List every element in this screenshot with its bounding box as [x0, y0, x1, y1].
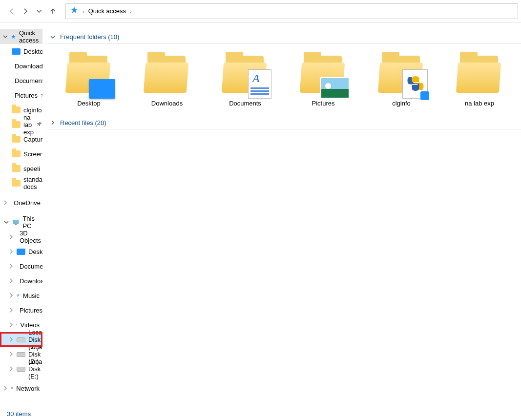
- tree-item-downloads[interactable]: Downloads: [0, 273, 42, 288]
- arrow-left-icon: [7, 7, 16, 16]
- recent-locations-button[interactable]: [32, 4, 46, 18]
- folder-tile-label: Documents: [229, 100, 261, 107]
- tree-item-label: clginfo: [23, 106, 42, 114]
- chevron-down-icon: [49, 35, 56, 40]
- arrow-right-icon: [21, 7, 30, 16]
- back-button[interactable]: [5, 4, 19, 18]
- desktop-icon: [17, 249, 25, 255]
- breadcrumb-separator: ›: [130, 8, 132, 14]
- frequent-folders-grid: DesktopDownloadsDocumentsPicturesclginfo…: [47, 44, 521, 116]
- folder-tile-label: na lab exp: [465, 100, 494, 107]
- up-button[interactable]: [46, 4, 60, 18]
- tree-item-label: Network: [16, 385, 40, 392]
- tree-item-documents[interactable]: Documents: [0, 73, 42, 88]
- folder-tile-clginfo[interactable]: clginfo: [375, 53, 428, 107]
- pin-icon: [37, 121, 42, 128]
- python-file-overlay-icon: [402, 69, 428, 99]
- svg-rect-17: [11, 387, 12, 388]
- svg-rect-7: [15, 224, 17, 225]
- folder-icon: [12, 165, 21, 172]
- svg-rect-6: [13, 220, 19, 223]
- network-icon: [11, 387, 13, 389]
- tree-item-label: Desktop: [28, 248, 42, 255]
- tree-onedrive[interactable]: OneDrive: [0, 195, 42, 210]
- folder-tile-downloads[interactable]: Downloads: [140, 53, 194, 107]
- tree-item-label: standard docs: [23, 176, 42, 190]
- tree-item-na-lab-exp[interactable]: na lab exp: [0, 117, 42, 132]
- quick-access-icon: [70, 6, 79, 16]
- tree-this-pc[interactable]: This PC: [0, 215, 42, 230]
- tree-item-label: Pictures: [20, 307, 42, 314]
- tree-item-standard-docs[interactable]: standard docs: [0, 176, 42, 190]
- desktop-icon: [12, 48, 21, 55]
- folder-tile-label: Downloads: [151, 100, 183, 107]
- breadcrumb-root[interactable]: Quick access: [88, 7, 126, 15]
- folder-icon: [12, 180, 21, 187]
- recent-files-title: Recent files (20): [60, 119, 106, 126]
- tree-item-label: Documents: [15, 77, 42, 84]
- chevron-right-icon: [9, 308, 14, 313]
- forward-button[interactable]: [19, 4, 32, 18]
- chevron-right-icon: [9, 278, 14, 283]
- drive-icon: [17, 366, 25, 372]
- svg-rect-18: [12, 387, 13, 388]
- tree-item-label: speeli: [23, 165, 40, 172]
- svg-rect-19: [12, 388, 13, 389]
- tree-item-screenshots[interactable]: Screenshots: [0, 147, 42, 161]
- tree-item-label: Documents: [20, 263, 42, 270]
- folder-icon: [12, 136, 21, 143]
- frequent-folders-header[interactable]: Frequent folders (10): [47, 30, 521, 44]
- tree-item-local-disk-e-[interactable]: Local Disk (E:): [0, 361, 42, 376]
- chevron-right-icon: [9, 352, 14, 357]
- tree-item-label: Captures: [23, 136, 42, 143]
- drive-icon: [17, 336, 25, 342]
- address-bar[interactable]: › Quick access ›: [65, 3, 518, 19]
- tree-item-captures[interactable]: Captures: [0, 132, 42, 147]
- navigation-bar: › Quick access ›: [0, 0, 521, 22]
- folder-icon: [12, 150, 21, 157]
- tree-item-downloads[interactable]: Downloads: [0, 59, 42, 73]
- tree-item-label: This PC: [22, 215, 40, 230]
- music-icon: [17, 294, 20, 297]
- tree-network[interactable]: Network: [0, 381, 42, 396]
- folder-tile-pictures[interactable]: Pictures: [296, 53, 350, 107]
- folder-tile-label: Desktop: [77, 100, 101, 107]
- tree-item-label: Local Disk (E:): [28, 358, 42, 380]
- folder-tile-documents[interactable]: Documents: [218, 53, 272, 107]
- folder-tile-na-lab-exp[interactable]: na lab exp: [453, 53, 506, 107]
- tree-item-music[interactable]: Music: [0, 288, 42, 303]
- nav-button-group: [0, 4, 60, 18]
- tree-item-label: Desktop: [23, 48, 42, 55]
- tree-quick-access[interactable]: Quick access: [0, 29, 42, 44]
- chevron-right-icon: [9, 264, 14, 269]
- breadcrumb-separator: ›: [83, 8, 84, 14]
- folder-tile-desktop[interactable]: Desktop: [62, 53, 116, 107]
- tree-item-clginfo[interactable]: clginfo: [0, 103, 42, 117]
- tree-item-label: Quick access: [19, 29, 40, 44]
- drive-icon: [17, 351, 25, 357]
- tree-item-pictures[interactable]: Pictures: [0, 303, 42, 317]
- picture-overlay-icon: [320, 77, 350, 99]
- tree-item-documents[interactable]: Documents: [0, 259, 42, 273]
- tree-item-desktop[interactable]: Desktop: [0, 244, 42, 259]
- tree-item-label: Music: [23, 292, 40, 299]
- folder-icon: [12, 121, 21, 128]
- chevron-right-icon: [9, 337, 14, 342]
- content-pane: Frequent folders (10) DesktopDownloadsDo…: [42, 29, 521, 406]
- tree-item-3d-objects[interactable]: 3D Objects: [0, 230, 42, 244]
- tree-item-label: OneDrive: [14, 199, 41, 207]
- folder-icon: [12, 106, 21, 113]
- tree-item-label: Downloads: [15, 63, 42, 70]
- recent-files-header[interactable]: Recent files (20): [47, 116, 521, 129]
- tree-item-label: Downloads: [20, 277, 42, 285]
- chevron-right-icon: [3, 200, 8, 205]
- tree-item-speeli[interactable]: speeli: [0, 161, 42, 176]
- arrow-up-icon: [48, 7, 57, 16]
- chevron-right-icon: [9, 234, 14, 239]
- chevron-down-icon: [4, 220, 9, 225]
- tree-item-desktop[interactable]: Desktop: [0, 44, 42, 59]
- tree-item-label: Pictures: [15, 92, 38, 99]
- videos-icon: [17, 324, 17, 325]
- quick-access-icon: [11, 34, 16, 40]
- tree-item-pictures[interactable]: Pictures: [0, 88, 42, 103]
